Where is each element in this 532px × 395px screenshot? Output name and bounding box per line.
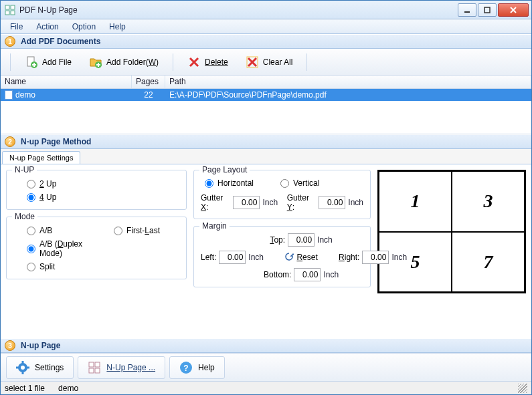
gutter-y-input[interactable] <box>319 196 345 209</box>
bottom-toolbar: Settings N-Up Page ... ? Help <box>1 353 531 381</box>
column-pages[interactable]: Pages <box>132 76 165 88</box>
nup-page-button[interactable]: N-Up Page ... <box>78 356 165 379</box>
section-nup-page-header: 3 N-up Page <box>1 338 531 353</box>
app-icon <box>5 5 15 15</box>
svg-rect-27 <box>95 362 100 367</box>
radio-horizontal[interactable]: Horizontal <box>205 178 254 188</box>
table-row[interactable]: demo 22 E:\A-PDF\PDF\Source\PDFnPage\dem… <box>1 89 531 101</box>
section-nup-page-title: N-up Page <box>21 341 60 350</box>
gutter-x-input[interactable] <box>233 196 260 209</box>
radio-first-last-input[interactable] <box>114 227 122 235</box>
column-name[interactable]: Name <box>1 76 132 88</box>
step-badge-3: 3 <box>5 340 15 351</box>
delete-button[interactable]: Delete <box>180 52 236 72</box>
radio-vertical[interactable]: Vertical <box>280 178 319 188</box>
margin-top-input[interactable] <box>288 233 315 247</box>
tab-settings[interactable]: N-up Page Settings <box>2 151 80 164</box>
add-folder-button[interactable]: Add Folder(W) <box>82 52 166 72</box>
settings-button[interactable]: Settings <box>6 356 74 379</box>
tab-page-settings: N-UP 2 Up 4 Up Mode A/B <box>1 164 531 338</box>
column-path[interactable]: Path <box>165 76 531 88</box>
row-pages: 22 <box>132 90 165 100</box>
radio-2up-input[interactable] <box>27 180 35 188</box>
file-list: Name Pages Path demo 22 E:\A-PDF\PDF\Sou… <box>1 76 531 134</box>
add-folder-icon <box>89 55 102 69</box>
radio-2up[interactable]: 2 Up <box>13 177 179 190</box>
file-list-body[interactable]: demo 22 E:\A-PDF\PDF\Source\PDFnPage\dem… <box>1 89 531 134</box>
maximize-button[interactable] <box>478 3 497 17</box>
radio-ab-input[interactable] <box>27 227 35 235</box>
group-nup-legend: N-UP <box>12 165 37 174</box>
group-mode: Mode A/B First-Last A/B (Duplex Mode) <box>6 217 187 279</box>
svg-rect-29 <box>95 368 100 373</box>
minimize-button[interactable] <box>458 3 476 17</box>
row-path: E:\A-PDF\PDF\Source\PDFnPage\demo.pdf <box>165 90 531 100</box>
tabs: N-up Page Settings <box>1 149 531 164</box>
add-folder-label: Add Folder(W) <box>106 57 159 67</box>
menubar: File Action Option Help <box>1 19 531 34</box>
file-list-header: Name Pages Path <box>1 76 531 89</box>
preview-cell-4: 7 <box>452 232 525 293</box>
status-selection: select 1 file <box>5 384 45 393</box>
svg-rect-2 <box>5 11 9 15</box>
preview-cell-2: 3 <box>452 171 525 232</box>
radio-ab[interactable]: A/B <box>13 224 100 237</box>
gear-icon <box>16 361 29 374</box>
titlebar: PDF N-Up Page <box>1 1 531 19</box>
radio-ab-duplex-input[interactable] <box>27 245 35 253</box>
menu-file[interactable]: File <box>3 21 29 33</box>
method-area: N-up Page Settings N-UP 2 Up 4 Up Mode <box>1 149 531 338</box>
group-margin: Margin Top: Inch Left: Inch <box>193 226 371 287</box>
section-method-title: N-up Page Method <box>21 137 91 146</box>
margin-bottom-label: Bottom: <box>264 270 291 279</box>
radio-split[interactable]: Split <box>13 260 100 273</box>
preview-cell-1: 1 <box>379 171 452 232</box>
radio-4up[interactable]: 4 Up <box>13 190 179 204</box>
help-icon: ? <box>179 361 193 374</box>
radio-horizontal-input[interactable] <box>205 179 213 188</box>
svg-rect-28 <box>89 368 94 373</box>
margin-right-label: Right: <box>339 253 359 262</box>
radio-first-last[interactable]: First-Last <box>100 224 167 237</box>
radio-ab-duplex[interactable]: A/B (Duplex Mode) <box>13 237 100 260</box>
app-window: PDF N-Up Page File Action Option Help 1 … <box>0 0 532 395</box>
step-badge-2: 2 <box>5 136 15 147</box>
radio-split-input[interactable] <box>27 263 35 271</box>
menu-option[interactable]: Option <box>66 21 102 33</box>
documents-toolbar: Add File Add Folder(W) Delete Clear All <box>1 49 531 76</box>
nup-icon <box>88 361 101 374</box>
svg-rect-26 <box>89 362 94 367</box>
menu-help[interactable]: Help <box>102 21 132 33</box>
step-badge-1: 1 <box>5 36 15 47</box>
clear-all-button[interactable]: Clear All <box>238 52 300 72</box>
reset-button[interactable]: Reset <box>284 252 317 263</box>
add-file-button[interactable]: Add File <box>17 52 79 72</box>
section-add-documents-title: Add PDF Documents <box>21 37 100 46</box>
window-title: PDF N-Up Page <box>19 5 458 15</box>
svg-point-21 <box>21 366 25 370</box>
add-file-icon <box>25 55 38 69</box>
svg-rect-3 <box>11 11 15 15</box>
margin-right-input[interactable] <box>362 251 389 264</box>
margin-left-label: Left: <box>201 253 216 262</box>
menu-action[interactable]: Action <box>29 21 65 33</box>
statusbar: select 1 file demo <box>1 381 531 394</box>
layout-preview: 1 3 5 7 <box>377 170 526 293</box>
margin-bottom-input[interactable] <box>294 268 321 281</box>
margin-left-input[interactable] <box>219 251 246 264</box>
group-nup: N-UP 2 Up 4 Up <box>6 170 187 210</box>
group-mode-legend: Mode <box>12 212 37 221</box>
reset-icon <box>284 252 294 263</box>
clear-all-label: Clear All <box>263 57 293 67</box>
close-button[interactable] <box>498 3 529 17</box>
nup-page-label: N-Up Page ... <box>106 363 155 372</box>
group-margin-legend: Margin <box>199 221 230 231</box>
margin-top-label: Top: <box>270 235 285 245</box>
help-label: Help <box>198 363 215 372</box>
radio-4up-input[interactable] <box>27 193 35 202</box>
status-filename: demo <box>58 384 78 393</box>
help-button[interactable]: ? Help <box>169 356 225 379</box>
resize-grip[interactable] <box>518 384 527 393</box>
radio-vertical-input[interactable] <box>280 179 289 188</box>
settings-label: Settings <box>35 363 64 372</box>
